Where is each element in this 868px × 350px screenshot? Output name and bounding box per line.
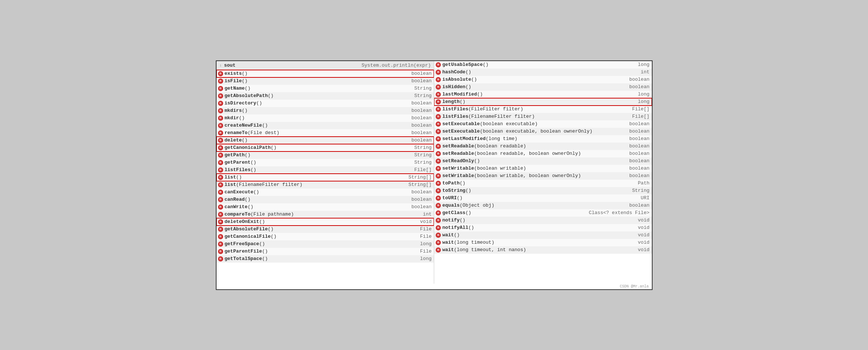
method-name-bold: canRead [225, 197, 245, 202]
list-item[interactable]: misAbsolute()boolean [434, 76, 652, 83]
list-item[interactable]: msetReadOnly()boolean [434, 157, 652, 165]
list-item[interactable]: mgetParentFile()File [217, 248, 434, 255]
method-name-bold: list [225, 174, 236, 180]
method-icon: m [218, 256, 223, 261]
list-item[interactable]: msetLastModified(long time)boolean [434, 135, 652, 143]
list-item[interactable]: mnotify()void [434, 217, 652, 224]
method-name-rest: () [242, 137, 248, 143]
list-item[interactable]: mlistFiles(FilenameFilter filter)File[] [434, 113, 652, 120]
method-return-type: File[] [629, 114, 650, 119]
list-item[interactable]: mgetClass()Class<? extends File> [434, 209, 652, 217]
list-item[interactable]: msetExecutable(boolean executable, boole… [434, 128, 652, 135]
method-return-type: String [411, 160, 432, 165]
method-name-bold: mkdirs [225, 108, 242, 113]
list-item[interactable]: mcompareTo(File pathname)int [217, 211, 434, 218]
method-name-rest: () [465, 188, 471, 193]
list-item[interactable]: mrenameTo(File dest)boolean [217, 129, 434, 137]
list-item[interactable]: mwait(long timeout, int nanos)void [434, 246, 652, 254]
method-name: getPath() [225, 152, 412, 158]
method-name-bold: getAbsoluteFile [225, 226, 268, 232]
sout-description: System.out.println(expr) [362, 63, 431, 68]
method-icon: m [218, 190, 223, 195]
list-item[interactable]: mcanExecute()boolean [217, 189, 434, 196]
list-item[interactable]: mhashCode()int [434, 69, 652, 76]
method-name-bold: notify [442, 217, 460, 223]
list-item[interactable]: mgetName()String [217, 85, 434, 92]
method-name-rest: () [465, 69, 471, 75]
method-name: getAbsolutePath() [225, 93, 412, 99]
list-item[interactable]: misFile()boolean [217, 77, 434, 85]
list-item[interactable]: mlist(FilenameFilter filter)String[] [217, 181, 434, 189]
list-item[interactable]: mgetCanonicalFile()File [217, 233, 434, 240]
method-return-type: String[] [406, 174, 432, 180]
method-name-rest: () [236, 174, 242, 180]
method-name-rest: () [242, 78, 248, 84]
list-item[interactable]: mgetFreeSpace()long [217, 240, 434, 248]
list-item[interactable]: msetWritable(boolean writable, boolean o… [434, 172, 652, 180]
list-item[interactable]: mtoURI()URI [434, 194, 652, 202]
list-item[interactable]: mgetAbsolutePath()String [217, 92, 434, 100]
list-item[interactable]: msetExecutable(boolean executable)boolea… [434, 120, 652, 128]
arrow-icon: ⇩ [219, 63, 222, 68]
method-return-type: String [411, 145, 432, 150]
list-item[interactable]: mlistFiles()File[] [217, 166, 434, 174]
method-icon: m [218, 101, 223, 106]
list-item[interactable]: mgetParent()String [217, 159, 434, 166]
list-item[interactable]: mdeleteOnExit()void [217, 218, 434, 226]
list-item[interactable]: mtoString()String [434, 187, 652, 194]
method-name-bold: getClass [442, 210, 465, 216]
list-item[interactable]: mlist()String[] [217, 174, 434, 181]
method-return-type: String [411, 86, 432, 91]
list-item[interactable]: mcanWrite()boolean [217, 203, 434, 211]
list-item[interactable]: mtoPath()Path [434, 180, 652, 187]
method-name: mkdirs() [225, 108, 409, 113]
list-item[interactable]: mmkdir()boolean [217, 114, 434, 122]
method-name-bold: getTotalSpace [225, 256, 262, 261]
list-item[interactable]: msetWritable(boolean writable)boolean [434, 165, 652, 172]
list-item[interactable]: misDirectory()boolean [217, 100, 434, 107]
method-name-rest: (boolean writable, boolean ownerOnly) [474, 173, 581, 179]
method-name-bold: listFiles [442, 114, 468, 119]
list-item[interactable]: mgetAbsoluteFile()File [217, 226, 434, 233]
method-return-type: boolean [408, 137, 432, 143]
list-item[interactable]: mwait()void [434, 231, 652, 239]
list-item[interactable]: msetReadable(boolean readable, boolean o… [434, 150, 652, 157]
method-icon: m [436, 144, 441, 149]
list-item[interactable]: mgetTotalSpace()long [217, 255, 434, 263]
list-item[interactable]: mgetPath()String [217, 151, 434, 159]
panels: ⇩ sout System.out.println(expr) mexists(… [217, 61, 652, 284]
method-name-bold: mkdir [225, 115, 239, 121]
method-name-bold: lastModified [442, 91, 477, 97]
list-item[interactable]: mnotifyAll()void [434, 224, 652, 231]
method-icon: m [436, 225, 441, 230]
method-name-rest: () [254, 189, 259, 195]
method-name: listFiles(FilenameFilter filter) [442, 114, 629, 119]
list-item[interactable]: mcreateNewFile()boolean [217, 122, 434, 129]
method-return-type: Class<? extends File> [586, 210, 650, 216]
list-item[interactable]: mgetUsableSpace()long [434, 61, 652, 69]
list-item[interactable]: mlastModified()long [434, 91, 652, 98]
list-item[interactable]: mexists()boolean [217, 70, 434, 77]
list-item[interactable]: mlength()long [434, 98, 652, 106]
list-item[interactable]: mcanRead()boolean [217, 196, 434, 203]
method-name-bold: isAbsolute [442, 77, 471, 82]
method-return-type: boolean [408, 189, 432, 195]
list-item[interactable]: mlistFiles(FileFilter filter)File[] [434, 106, 652, 113]
method-name-rest: () [262, 123, 268, 128]
method-icon: m [218, 219, 223, 224]
method-name-rest: () [259, 219, 265, 224]
list-item[interactable]: mgetCanonicalPath()String [217, 144, 434, 151]
list-item[interactable]: misHidden()boolean [434, 83, 652, 91]
method-name: listFiles(FileFilter filter) [442, 106, 629, 112]
method-name: renameTo(File dest) [225, 130, 409, 136]
list-item[interactable]: mmkdirs()boolean [217, 107, 434, 114]
method-icon: m [218, 86, 223, 91]
list-item[interactable]: mequals(Object obj)boolean [434, 202, 652, 209]
method-icon: m [218, 175, 223, 180]
list-item[interactable]: mwait(long timeout)void [434, 239, 652, 246]
list-item[interactable]: mdelete()boolean [217, 137, 434, 144]
list-item[interactable]: msetReadable(boolean readable)boolean [434, 143, 652, 150]
method-name-bold: compareTo [225, 211, 251, 217]
method-name-bold: canWrite [225, 204, 248, 210]
method-return-type: File [417, 234, 432, 239]
